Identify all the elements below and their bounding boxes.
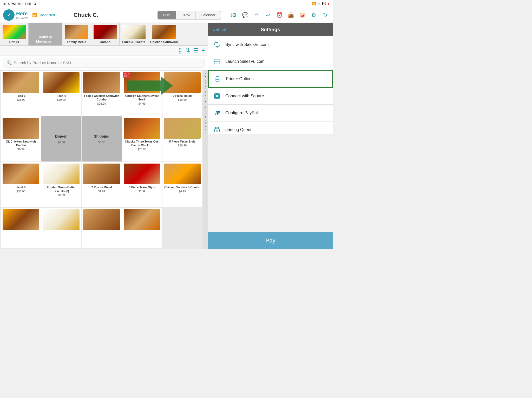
settings-spacer — [208, 134, 333, 232]
settings-sync-label: Sync with SalesVu.com — [225, 42, 269, 47]
settings-square-label: Connect with Square — [225, 94, 264, 98]
svg-rect-5 — [216, 80, 219, 81]
settings-item-launch[interactable]: www Launch SalesVu.com — [208, 53, 333, 70]
main-area: Drinks DeliveryMechanism Family Meals Co… — [0, 23, 333, 249]
cat-delivery[interactable]: DeliveryMechanism — [29, 23, 62, 45]
svg-text:www: www — [214, 60, 220, 63]
cat-chicken-label: Chicken Sandwich — [150, 40, 178, 44]
cat-drinks-label: Drinks — [9, 40, 19, 44]
printer-icon — [213, 74, 222, 84]
paypal-icon: P P — [212, 108, 222, 118]
connected-status: 📶 Connected — [32, 12, 55, 17]
settings-item-square[interactable]: Connect with Square — [208, 88, 333, 105]
register-icon[interactable]: 🖨 — [252, 11, 261, 19]
settings-title: Settings — [241, 27, 300, 32]
svg-rect-8 — [215, 95, 219, 98]
cat-sides[interactable]: Sides & Sweets — [120, 23, 148, 45]
tab-pos[interactable]: POS — [157, 11, 176, 19]
product-feed8[interactable]: Feed 8 $35.00 — [1, 162, 41, 207]
settings-printer-label: Printer Options — [226, 77, 254, 81]
refresh-icon[interactable]: ↻ — [321, 11, 330, 19]
settings-item-queue[interactable]: i printing Queue — [208, 122, 333, 134]
cat-family[interactable]: Family Meals — [62, 23, 91, 45]
left-panel: Drinks DeliveryMechanism Family Meals Co… — [0, 23, 208, 249]
queue-icon: i — [212, 125, 222, 134]
top-nav: ✓ Here by SalesVu 📶 Connected Chuck C. P… — [0, 7, 333, 23]
product-feed6[interactable]: Feed 6 $25.00 — [1, 71, 41, 116]
product-frosted[interactable]: Frosted Sweet-Butter Biscuits (8) $8.29 — [41, 162, 81, 207]
alpha-index: A • D • G • I • L • O • R • T • W • Z — [203, 70, 208, 249]
cat-drinks[interactable]: Drinks — [0, 23, 29, 45]
product-sandwichcombo[interactable]: Chicken Sandwich Combo $6.99 — [162, 162, 202, 207]
product-bottom3[interactable] — [82, 208, 121, 248]
returns-icon[interactable]: ↩ — [264, 11, 272, 19]
tab-calendar[interactable]: Calendar — [195, 11, 221, 19]
logo-by: by SalesVu — [16, 17, 29, 20]
cat-family-label: Family Meals — [67, 40, 86, 44]
settings-header: Cancel Settings — [208, 23, 333, 36]
signal-icon: ◎ — [318, 2, 320, 5]
product-shipping[interactable]: Shipping $0.00 — [82, 116, 121, 161]
product-texasbacon[interactable]: Chucks Three Texas Cut-Bacon Chicke... $… — [122, 116, 162, 161]
product-2piece[interactable]: 2 Pieces Mixed $7.99 — [82, 162, 121, 207]
settings-cancel-button[interactable]: Cancel — [212, 27, 241, 32]
product-bottom4[interactable] — [122, 208, 162, 248]
top-icons: t⚙ 💬 🖨 ↩ ⏰ 👜 🐷 ⚙ ↻ — [229, 11, 330, 19]
wallet-icon[interactable]: 👜 — [286, 11, 295, 19]
product-area: Feed 6 $25.00 Feed 4 $20.00 Feed 4 Chick… — [0, 70, 208, 249]
settings-item-sync[interactable]: Sync with SalesVu.com — [208, 36, 333, 53]
settings-icon[interactable]: ⚙ — [309, 11, 318, 19]
product-3texas[interactable]: 3 Piece Texas Style $7.99 — [122, 162, 162, 207]
sort-icon[interactable]: ⇅ — [185, 47, 190, 54]
toolbar-row: ⣿ ⇅ ☰ + — [0, 46, 208, 56]
product-dinein[interactable]: Dine-in $0.00 — [41, 116, 81, 161]
search-row: 🔍 — [0, 56, 208, 70]
settings-panel: Cancel Settings Sync with SalesVu.com — [208, 23, 333, 249]
pay-button[interactable]: Pay — [208, 232, 333, 249]
search-box[interactable]: 🔍 — [3, 58, 205, 68]
search-input[interactable] — [14, 60, 201, 65]
settings-paypal-label: Configure PayPal — [225, 111, 258, 115]
cat-combo-label: Combo — [100, 40, 110, 44]
settings-list: Sync with SalesVu.com www Launch SalesVu… — [208, 36, 333, 134]
product-3piece[interactable]: 3 Piece Mixed $10.99 — [162, 71, 202, 116]
settings-item-printer[interactable]: Printer Options — [208, 70, 333, 88]
product-bottom1[interactable] — [1, 208, 41, 248]
wifi-connected-icon: 📶 — [32, 12, 37, 17]
cat-delivery-label: DeliveryMechanism — [36, 35, 55, 44]
sync-icon — [212, 40, 222, 49]
settings-queue-label: printing Queue — [225, 127, 253, 132]
status-bar: 4:16 PM Mon Feb 13 📶 ◎ 8% ▮ — [0, 0, 333, 7]
product-xlchicken[interactable]: XL Chicken Sandwich Combo $9.99 — [1, 116, 41, 161]
product-tea[interactable]: $0.50Off Chuck's Southern Sweet Tea® $4.… — [122, 71, 162, 116]
tab-crm[interactable]: CRM — [176, 11, 195, 19]
svg-text:P: P — [217, 110, 220, 116]
product-feed4chicken[interactable]: Feed 4 Chicken Sandwich Combo $25.99 — [82, 71, 121, 116]
tutorial-icon[interactable]: t⚙ — [229, 11, 238, 19]
piggy-icon[interactable]: 🐷 — [298, 11, 307, 19]
logo-icon: ✓ — [3, 9, 15, 21]
svg-point-6 — [219, 79, 220, 79]
barcode-icon[interactable]: ⣿ — [178, 47, 182, 54]
add-icon[interactable]: + — [201, 47, 205, 54]
product-feed4[interactable]: Feed 4 $20.00 — [41, 71, 81, 116]
nav-tabs: POS CRM Calendar — [157, 11, 221, 19]
launch-icon: www — [212, 57, 222, 66]
battery-level: 8% — [322, 2, 326, 5]
product-bottom2[interactable] — [41, 208, 81, 248]
product-badge: $0.50Off — [123, 72, 130, 78]
logo-area: ✓ Here by SalesVu — [3, 9, 29, 21]
time: 4:16 PM — [3, 2, 16, 6]
connected-label: Connected — [38, 13, 55, 17]
cat-sides-label: Sides & Sweets — [122, 40, 145, 44]
product-5piece[interactable]: 5 Piece Texas Style $10.99 — [162, 116, 202, 161]
wifi-icon: 📶 — [312, 2, 316, 5]
clock-icon[interactable]: ⏰ — [275, 11, 284, 19]
square-icon — [212, 91, 222, 101]
menu-icon[interactable]: ☰ — [193, 47, 198, 54]
settings-item-paypal[interactable]: P P Configure PayPal — [208, 105, 333, 122]
cat-chicken[interactable]: Chicken Sandwich — [148, 23, 180, 45]
chat-icon[interactable]: 💬 — [241, 11, 249, 19]
user-name: Chuck C. — [74, 12, 98, 18]
cat-combo[interactable]: Combo — [91, 23, 120, 45]
